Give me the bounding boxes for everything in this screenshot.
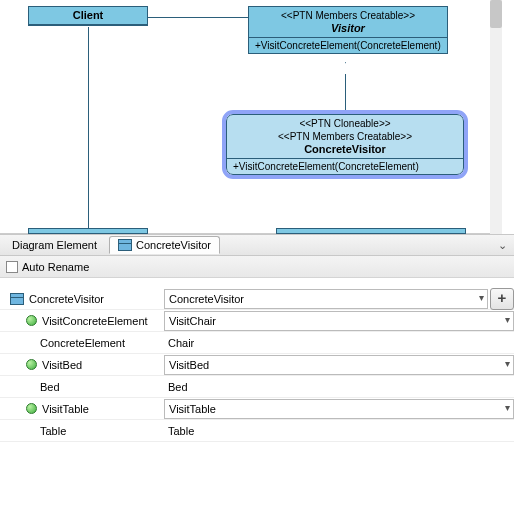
cv-name: ConcreteVisitor [233, 143, 457, 156]
operation-icon [26, 359, 37, 370]
visitor-name: Visitor [255, 22, 441, 35]
class-icon [118, 239, 132, 251]
concrete-visitor-select[interactable]: ConcreteVisitor [164, 289, 488, 309]
visit-table-select[interactable]: VisitTable [164, 399, 514, 419]
gen-arrowhead-icon [338, 62, 352, 74]
row6-label: Table [40, 425, 66, 437]
tab-diagram-element[interactable]: Diagram Element [4, 237, 105, 253]
add-button[interactable]: + [490, 288, 514, 310]
uml-class-visitor[interactable]: <<PTN Members Creatable>> Visitor +Visit… [248, 6, 448, 54]
concrete-element-value[interactable]: Chair [164, 333, 514, 353]
tab-concrete-visitor[interactable]: ConcreteVisitor [109, 236, 220, 254]
uml-class-concrete-visitor[interactable]: <<PTN Cloneable>> <<PTN Members Creatabl… [226, 114, 464, 175]
properties-panel: Diagram Element ConcreteVisitor ⌄ Auto R… [0, 234, 514, 442]
tab-bar: Diagram Element ConcreteVisitor ⌄ [0, 234, 514, 256]
row-visit-bed: VisitBed VisitBed ▾ [0, 354, 514, 376]
row3-label: VisitBed [42, 359, 82, 371]
row-visit-concrete-element: VisitConcreteElement VisitChair ▾ [0, 310, 514, 332]
row0-label: ConcreteVisitor [29, 293, 104, 305]
visit-bed-select[interactable]: VisitBed [164, 355, 514, 375]
bed-value[interactable]: Bed [164, 377, 514, 397]
row5-label: VisitTable [42, 403, 89, 415]
table-value[interactable]: Table [164, 421, 514, 441]
operation-icon [26, 315, 37, 326]
visitor-stereo: <<PTN Members Creatable>> [255, 9, 441, 22]
row-bed: Bed Bed [0, 376, 514, 398]
cv-stereo2: <<PTN Members Creatable>> [233, 130, 457, 143]
row-concrete-visitor: ConcreteVisitor ConcreteVisitor ▾ + [0, 288, 514, 310]
cv-op: +VisitConcreteElement(ConcreteElement) [227, 159, 463, 174]
tab-concrete-visitor-label: ConcreteVisitor [136, 239, 211, 251]
row4-label: Bed [40, 381, 60, 393]
row2-label: ConcreteElement [40, 337, 125, 349]
class-icon [10, 293, 24, 305]
uml-class-client[interactable]: Client [28, 6, 148, 26]
auto-rename-label: Auto Rename [22, 261, 89, 273]
row-visit-table: VisitTable VisitTable ▾ [0, 398, 514, 420]
scrollbar-thumb[interactable] [490, 0, 502, 28]
tab-diagram-element-label: Diagram Element [12, 239, 97, 251]
tab-overflow-button[interactable]: ⌄ [494, 238, 510, 254]
options-row: Auto Rename [0, 256, 514, 278]
row-concrete-element: ConcreteElement Chair [0, 332, 514, 354]
visitor-op: +VisitConcreteElement(ConcreteElement) [249, 38, 447, 53]
cv-stereo1: <<PTN Cloneable>> [233, 117, 457, 130]
operation-icon [26, 403, 37, 414]
form-area: ConcreteVisitor ConcreteVisitor ▾ + Visi… [0, 278, 514, 442]
row1-label: VisitConcreteElement [42, 315, 148, 327]
row-table: Table Table [0, 420, 514, 442]
auto-rename-checkbox[interactable] [6, 261, 18, 273]
client-name: Client [35, 9, 141, 22]
assoc-client-down [88, 27, 89, 228]
visit-concrete-element-select[interactable]: VisitChair [164, 311, 514, 331]
diagram-canvas[interactable]: Client <<PTN Members Creatable>> Visitor… [0, 0, 502, 234]
vertical-scrollbar[interactable] [490, 0, 502, 234]
assoc-client-visitor [147, 17, 248, 18]
